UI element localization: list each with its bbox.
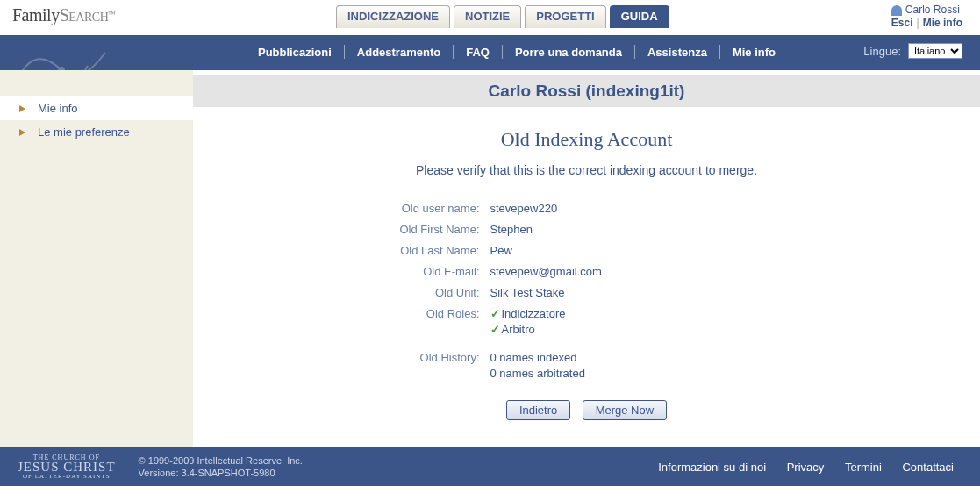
- copyright-text: © 1999-2009 Intellectual Reserve, Inc.: [139, 454, 303, 467]
- page-title: Carlo Rossi (indexing1it): [193, 75, 980, 107]
- label-old-username: Old user name:: [324, 201, 490, 217]
- nav-addestramento[interactable]: Addestramento: [345, 46, 453, 59]
- sidebar: Mie info Le mie preferenze: [0, 70, 193, 447]
- tab-progetti[interactable]: PROGETTI: [525, 5, 605, 28]
- user-box: Carlo Rossi Esci|Mie info: [891, 4, 962, 30]
- page-subtitle: Old Indexing Account: [193, 128, 980, 151]
- check-icon: ✓: [490, 323, 502, 336]
- sub-nav: Pubblicazioni Addestramento FAQ Porre un…: [246, 45, 788, 59]
- value-old-username: stevepew220: [490, 201, 850, 217]
- value-old-history: 0 names indexed: [490, 350, 850, 366]
- church-logo: THE CHURCH OF JESUS CHRIST OF LATTER-DAY…: [18, 453, 139, 482]
- page-instruction: Please verify that this is the correct i…: [193, 163, 980, 177]
- nav-porre-domanda[interactable]: Porre una domanda: [503, 46, 634, 59]
- label-old-firstname: Old First Name:: [324, 222, 490, 238]
- footer-link-contattaci[interactable]: Contattaci: [893, 461, 962, 474]
- person-icon: [891, 5, 902, 16]
- value-old-unit: Silk Test Stake: [490, 285, 850, 301]
- logo[interactable]: FamilySearch™: [12, 5, 116, 25]
- value-old-history: 0 names arbitrated: [490, 366, 850, 382]
- nav-assistenza[interactable]: Assistenza: [635, 46, 719, 59]
- nav-mie-info[interactable]: Mie info: [720, 46, 788, 59]
- vine-decoration-icon: [0, 35, 202, 70]
- value-old-lastname: Pew: [490, 243, 850, 259]
- check-icon: ✓: [490, 307, 502, 320]
- footer-link-termini[interactable]: Termini: [836, 461, 891, 474]
- tab-notizie[interactable]: NOTIZIE: [454, 5, 521, 28]
- footer-link-info[interactable]: Informazioni su di noi: [649, 461, 775, 474]
- triangle-icon: [19, 129, 25, 136]
- nav-pubblicazioni[interactable]: Pubblicazioni: [246, 46, 344, 59]
- tab-indicizzazione[interactable]: INDICIZZAZIONE: [336, 5, 450, 28]
- tab-guida[interactable]: GUIDA: [610, 5, 669, 28]
- account-details: Old user name: stevepew220 Old First Nam…: [324, 198, 850, 384]
- triangle-icon: [19, 105, 25, 112]
- navbar: Pubblicazioni Addestramento FAQ Porre un…: [0, 35, 980, 70]
- label-old-email: Old E-mail:: [324, 264, 490, 280]
- language-label: Lingue:: [863, 45, 901, 58]
- main-tabs: INDICIZZAZIONE NOTIZIE PROGETTI GUIDA: [336, 5, 669, 28]
- label-old-unit: Old Unit:: [324, 285, 490, 301]
- value-old-role: Arbitro: [502, 323, 535, 336]
- myinfo-link[interactable]: Mie info: [923, 17, 962, 29]
- user-name: Carlo Rossi: [905, 4, 960, 17]
- svg-point-0: [59, 68, 64, 70]
- footer: THE CHURCH OF JESUS CHRIST OF LATTER-DAY…: [0, 447, 980, 486]
- label-old-history: Old History:: [324, 350, 490, 382]
- value-old-firstname: Stephen: [490, 222, 850, 238]
- version-text: Versione: 3.4-SNAPSHOT-5980: [139, 467, 303, 479]
- back-button[interactable]: Indietro: [506, 400, 570, 420]
- sidebar-item-label: Le mie preferenze: [38, 125, 130, 139]
- sidebar-item-preferenze[interactable]: Le mie preferenze: [0, 120, 193, 144]
- footer-link-privacy[interactable]: Privacy: [778, 461, 833, 474]
- value-old-email: stevepew@gmail.com: [490, 264, 850, 280]
- sidebar-item-mie-info[interactable]: Mie info: [0, 96, 193, 120]
- nav-faq[interactable]: FAQ: [454, 46, 502, 59]
- label-old-lastname: Old Last Name:: [324, 243, 490, 259]
- sidebar-item-label: Mie info: [38, 102, 78, 115]
- label-old-roles: Old Roles:: [324, 306, 490, 338]
- value-old-role: Indicizzatore: [502, 307, 566, 320]
- language-select[interactable]: Italiano: [908, 43, 962, 59]
- merge-now-button[interactable]: Merge Now: [583, 400, 667, 420]
- logout-link[interactable]: Esci: [891, 17, 913, 29]
